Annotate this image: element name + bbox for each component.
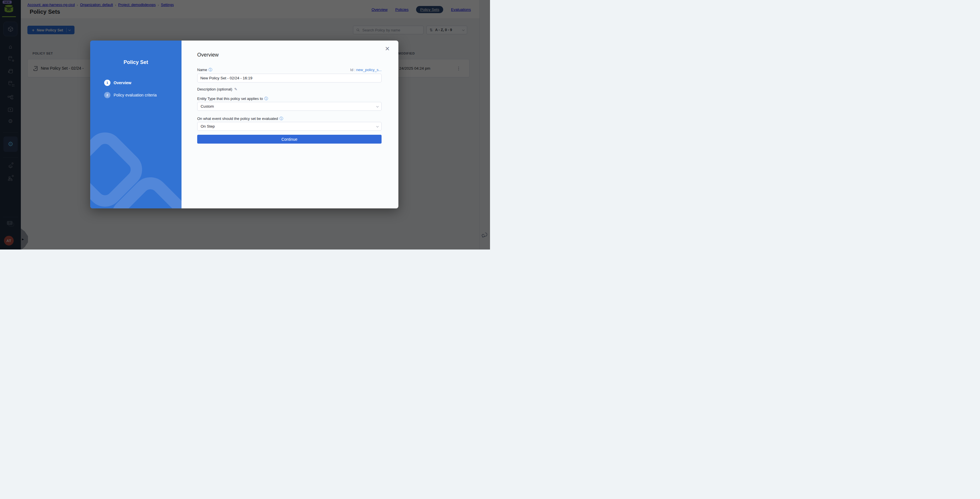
step-number: 2	[104, 92, 110, 98]
wizard-step-evaluation-criteria[interactable]: 2 Policy evaluation criteria	[104, 92, 157, 98]
step-label: Overview	[114, 81, 131, 85]
wizard-title: Policy Set	[90, 59, 181, 65]
event-value: On Step	[200, 124, 215, 129]
step-number: 1	[104, 80, 110, 86]
overview-step-panel: × Overview Nameⓘ Id :new_policy_s... Des…	[181, 40, 398, 209]
continue-button[interactable]: Continue	[197, 135, 382, 143]
entity-type-select[interactable]: Custom	[197, 102, 382, 111]
entity-type-value: Custom	[200, 104, 214, 108]
wizard-step-overview[interactable]: 1 Overview	[104, 80, 131, 86]
description-label: Description (optional)	[197, 87, 232, 91]
event-select[interactable]: On Step	[197, 122, 382, 131]
chevron-down-icon	[376, 105, 379, 107]
info-icon[interactable]: ⓘ	[208, 68, 212, 72]
name-label: Nameⓘ	[197, 68, 212, 72]
info-icon[interactable]: ⓘ	[264, 97, 268, 100]
id-link[interactable]: new_policy_s...	[356, 68, 382, 72]
info-icon[interactable]: ⓘ	[279, 117, 283, 120]
name-input[interactable]	[197, 74, 382, 83]
wizard-sidebar: Policy Set 1 Overview 2 Policy evaluatio…	[90, 40, 181, 209]
step-label: Policy evaluation criteria	[114, 93, 157, 97]
chevron-down-icon	[376, 125, 379, 127]
id-field: Id :new_policy_s...	[350, 68, 382, 72]
step-heading: Overview	[197, 52, 382, 58]
edit-pencil-icon[interactable]: ✎	[234, 87, 237, 91]
harness-watermark	[90, 40, 181, 209]
policy-set-wizard-modal: Policy Set 1 Overview 2 Policy evaluatio…	[90, 40, 398, 209]
entity-type-label: Entity Type that this policy set applies…	[197, 97, 263, 101]
close-icon[interactable]: ×	[385, 46, 390, 52]
event-label: On what event should the policy set be e…	[197, 116, 278, 121]
